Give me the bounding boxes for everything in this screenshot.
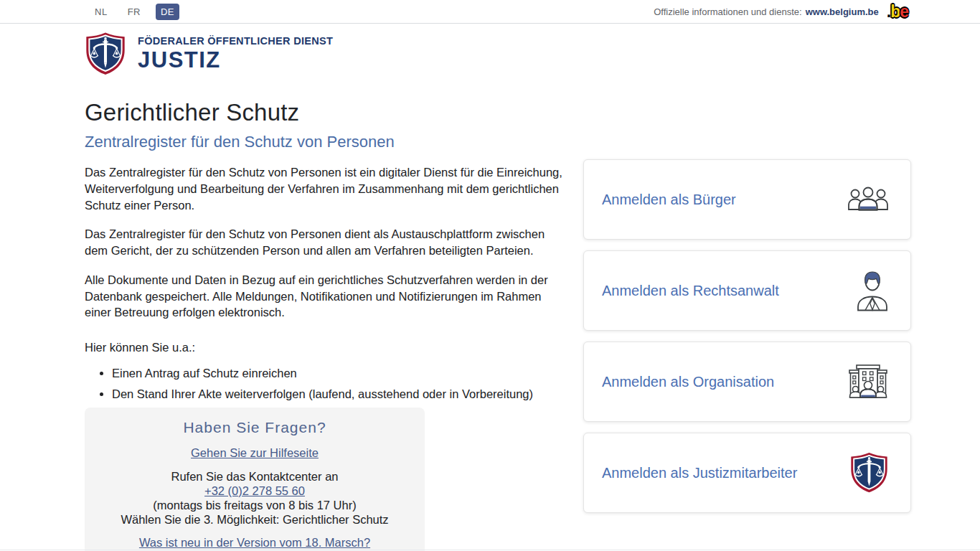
paragraph-3: Alle Dokumente und Daten in Bezug auf ei… (85, 272, 570, 321)
help-page-link[interactable]: Gehen Sie zur Hilfeseite (191, 446, 319, 460)
paragraph-2: Das Zentralregister für den Schutz von P… (85, 226, 570, 259)
login-card-justice-staff[interactable]: Anmelden als Justizmitarbeiter (583, 433, 911, 513)
citizens-icon (847, 186, 889, 213)
dept-line: FÖDERALER ÖFFENTLICHER DIENST (138, 35, 333, 47)
lang-de[interactable]: DE (156, 4, 179, 20)
help-box-title: Haben Sie Fragen? (99, 419, 410, 436)
lang-fr[interactable]: FR (123, 4, 146, 20)
login-card-organisation-label: Anmelden als Organisation (602, 374, 774, 390)
justice-shield-icon (849, 452, 889, 494)
main-content: Gerichtlicher Schutz Zentralregister für… (85, 99, 570, 428)
page-title: Gerichtlicher Schutz (85, 99, 570, 126)
contact-line: Rufen Sie das Kontaktcenter an (171, 470, 339, 483)
organization-icon (847, 363, 889, 400)
phone-link[interactable]: +32 (0)2 278 55 60 (204, 484, 305, 497)
official-info: Offizielle informationen und dienste: ww… (654, 4, 908, 20)
fps-justice-logo[interactable]: FÖDERALER ÖFFENTLICHER DIENST JUSTIZ (85, 32, 333, 76)
intro-text: Das Zentralregister für den Schutz von P… (85, 164, 570, 423)
paragraph-1: Das Zentralregister für den Schutz von P… (85, 164, 570, 213)
contact-option-line: Wählen Sie die 3. Möglichkeit: Gerichtli… (121, 513, 388, 526)
lawyer-icon (856, 270, 889, 311)
login-card-justice-staff-label: Anmelden als Justizmitarbeiter (602, 465, 797, 481)
login-card-citizen-label: Anmelden als Bürger (602, 192, 736, 208)
be-logo: .be (887, 4, 908, 20)
language-switcher: NL FR DE (90, 4, 179, 20)
footer-divider (0, 550, 980, 550)
page-subtitle: Zentralregister für den Schutz von Perso… (85, 133, 570, 151)
be-logo-e: e (900, 4, 908, 20)
login-card-lawyer[interactable]: Anmelden als Rechtsanwalt (583, 250, 911, 331)
contact-info: Rufen Sie das Kontaktcenter an +32 (0)2 … (99, 469, 410, 527)
login-card-lawyer-label: Anmelden als Rechtsanwalt (602, 283, 779, 299)
login-cards: Anmelden als Bürger Anmelden als Rechtsa… (583, 159, 911, 513)
login-card-citizen[interactable]: Anmelden als Bürger (583, 159, 911, 240)
fps-justice-wordmark: FÖDERALER ÖFFENTLICHER DIENST JUSTIZ (138, 35, 333, 73)
page: NL FR DE Offizielle informationen und di… (0, 0, 980, 551)
top-bar: NL FR DE Offizielle informationen und di… (0, 0, 980, 24)
login-card-organisation[interactable]: Anmelden als Organisation (583, 342, 911, 422)
help-box: Haben Sie Fragen? Gehen Sie zur Hilfesei… (85, 408, 425, 551)
list-item-1: Einen Antrag auf Schutz einreichen (112, 366, 570, 382)
belgium-be-link[interactable]: www.belgium.be (806, 6, 879, 17)
version-news-link[interactable]: Was ist neu in der Version vom 18. Marsc… (139, 536, 370, 550)
be-logo-b: b (890, 4, 900, 20)
official-info-text: Offizielle informationen und dienste: (654, 6, 801, 17)
justiz-shield-logo-icon (85, 32, 126, 76)
dept-name: JUSTIZ (138, 47, 333, 73)
list-item-2: Den Stand Ihrer Akte weiterverfolgen (la… (112, 387, 570, 402)
contact-hours: (montags bis freitags von 8 bis 17 Uhr) (153, 499, 356, 512)
lang-nl[interactable]: NL (90, 4, 113, 20)
list-intro: Hier können Sie u.a.: (85, 339, 570, 356)
